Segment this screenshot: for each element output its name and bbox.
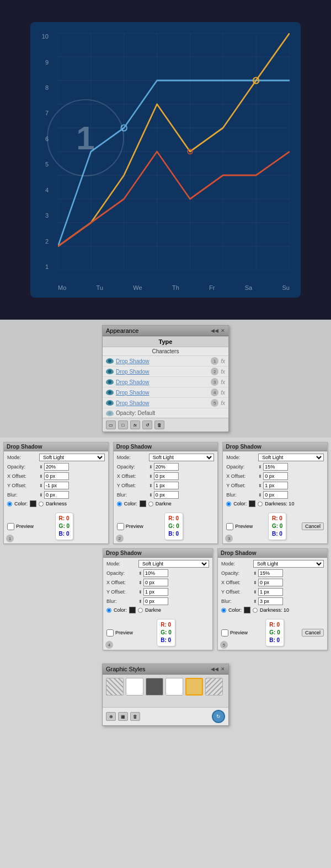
y-offset-input-2[interactable] [154,482,179,489]
visibility-icon-2[interactable] [106,369,114,374]
x-offset-label-4: X Offset: [106,580,138,585]
opacity-input-5[interactable] [258,569,283,577]
darkness-radio-3[interactable] [258,502,263,506]
darkness-radio-2[interactable] [148,502,153,506]
drop-shadow-section: Drop Shadow Mode: Soft Light Opacity: ⬍ … [0,438,331,659]
appearance-row-4: Drop Shadow 4 fx [103,387,228,398]
y-offset-input-4[interactable] [143,588,168,596]
darkness-label-3: Darkness: 10 [265,501,294,506]
y-offset-input-5[interactable] [258,588,283,596]
mode-select-1[interactable]: Soft Light [39,454,105,461]
opacity-input-2[interactable] [154,463,179,471]
gs-item-6[interactable] [205,678,223,696]
blur-input-5[interactable] [258,597,283,605]
ds-number-badge-4: 4 [105,641,113,649]
gs-delete-btn[interactable]: 🗑 [130,712,140,721]
blur-input-3[interactable] [263,491,288,499]
mode-select-5[interactable]: Soft Light [253,560,324,568]
drop-shadow-link-4[interactable]: Drop Shadow [116,390,209,396]
r-value-4: R: 0 [161,621,171,629]
x-offset-label-5: X Offset: [221,580,253,585]
blur-input-1[interactable] [44,491,69,499]
visibility-icon-5[interactable] [106,400,114,406]
x-offset-input-2[interactable] [154,472,179,480]
gs-item-2[interactable] [126,678,143,696]
fx-btn[interactable]: fx [130,420,140,429]
opacity-eye-icon[interactable] [106,411,114,416]
drop-shadow-link-3[interactable]: Drop Shadow [116,379,209,385]
color-swatch-4[interactable] [129,607,136,613]
color-swatch-1[interactable] [30,500,36,507]
opacity-label-5: Opacity: [221,570,253,576]
blur-input-2[interactable] [154,491,179,499]
panel-collapse[interactable]: ◀◀ [211,328,218,333]
opacity-input-4[interactable] [143,569,168,577]
preview-check-1: Preview [7,523,34,530]
cancel-btn-5[interactable]: Cancel [302,629,324,637]
color-swatch-5[interactable] [244,607,250,613]
x-offset-label-1: X Offset: [7,473,39,479]
refresh-btn[interactable]: ↺ [142,420,152,429]
ds-body-5: Mode: Soft Light Opacity: ⬍ X Offset: ⬍ … [218,558,327,617]
x-label-sa: Sa [245,284,252,291]
y-label-7: 7 [35,110,49,116]
gs-new-btn[interactable]: ⊕ [106,712,116,721]
blur-input-4[interactable] [143,597,168,605]
visibility-icon-1[interactable] [106,358,114,364]
gs-collapse[interactable]: ◀◀ [211,666,218,672]
gs-import-btn[interactable]: ▦ [118,712,128,721]
darkness-radio-4[interactable] [138,608,143,613]
g-value-4: G: 0 [161,629,171,637]
color-swatch-3[interactable] [249,500,255,507]
drop-shadow-link-5[interactable]: Drop Shadow [116,400,209,406]
x-offset-input-4[interactable] [143,579,168,586]
drop-shadow-link-1[interactable]: Drop Shadow [116,358,209,364]
blur-label-1: Blur: [7,492,39,498]
x-label-tu: Tu [97,284,103,291]
preview-checkbox-3[interactable] [226,523,233,530]
mode-select-4[interactable]: Soft Light [138,560,209,568]
color-swatch-2[interactable] [140,500,146,507]
y-offset-input-1[interactable] [44,482,69,489]
opacity-label-3: Opacity: [226,464,258,470]
layer-btn[interactable]: ▭ [106,420,116,429]
panel-menu[interactable]: ✕ [221,328,225,333]
color-radio-3[interactable] [226,502,231,506]
gs-item-5[interactable] [185,678,203,696]
x-axis-labels: Mo Tu We Th Fr Sa Su [58,284,290,291]
gs-item-4[interactable] [166,678,183,696]
color-radio-4[interactable] [106,608,111,613]
x-offset-input-5[interactable] [258,579,283,586]
gs-menu[interactable]: ✕ [221,666,225,672]
drop-shadow-link-2[interactable]: Drop Shadow [116,369,209,375]
darkness-radio-1[interactable] [39,502,44,506]
gs-item-3[interactable] [146,678,163,696]
preview-checkbox-2[interactable] [117,523,124,530]
x-offset-input-1[interactable] [44,472,69,480]
preview-checkbox-1[interactable] [7,523,14,530]
x-offset-input-3[interactable] [263,472,288,480]
ds-panel-4: Drop Shadow Mode: Soft Light Opacity: ⬍ … [103,548,213,650]
color-radio-2[interactable] [117,502,122,506]
opacity-input-3[interactable] [263,463,288,471]
preview-checkbox-4[interactable] [106,629,114,637]
delete-btn[interactable]: 🗑 [154,420,164,429]
y-offset-input-3[interactable] [263,482,288,489]
cancel-btn-3[interactable]: Cancel [302,522,324,530]
color-radio-1[interactable] [7,502,12,506]
gs-sync-btn[interactable]: ↻ [212,710,225,723]
blur-label-5: Blur: [221,599,253,604]
gs-item-1[interactable] [106,678,124,696]
stroke-btn[interactable]: □ [118,420,128,429]
color-radio-5[interactable] [221,608,226,613]
ds-number-badge-1: 1 [6,535,14,542]
visibility-icon-3[interactable] [106,379,114,385]
darkness-radio-5[interactable] [253,608,258,613]
blur-label-4: Blur: [106,599,138,604]
mode-select-3[interactable]: Soft Light [258,454,324,461]
ds-number-badge-3: 3 [225,535,233,542]
preview-checkbox-5[interactable] [221,629,228,637]
visibility-icon-4[interactable] [106,390,114,395]
mode-select-2[interactable]: Soft Light [149,454,215,461]
opacity-input-1[interactable] [44,463,69,471]
